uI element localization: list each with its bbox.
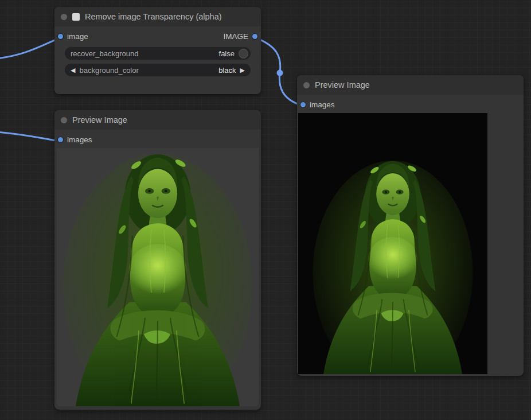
slot-row: images xyxy=(54,133,261,146)
node-preview-image-right[interactable]: Preview Image images xyxy=(297,75,524,376)
input-slot-image-label: image xyxy=(67,32,88,41)
combo-prev-arrow-icon[interactable]: ◀ xyxy=(71,67,75,73)
combo-next-arrow-icon[interactable]: ▶ xyxy=(240,67,245,73)
widget-background-color[interactable]: ◀ background_color black ▶ xyxy=(65,64,251,76)
widget-recover-background[interactable]: recover_background false xyxy=(65,47,251,60)
input-slot-image-dot[interactable] xyxy=(58,34,63,39)
slot-row: image IMAGE xyxy=(54,29,261,43)
node-title: Preview Image xyxy=(315,80,370,90)
widget-background-color-value: black xyxy=(218,66,236,75)
preview-artwork-right xyxy=(298,113,487,374)
node-titlebar[interactable]: Remove image Transparency (alpha) xyxy=(54,7,261,26)
collapse-dot-icon[interactable] xyxy=(61,117,67,123)
output-slot-image-dot[interactable] xyxy=(252,34,257,39)
link-to-image-input xyxy=(0,38,60,59)
node-titlebar[interactable]: Preview Image xyxy=(297,75,524,95)
widget-recover-background-value: false xyxy=(219,49,235,58)
toggle-knob-icon[interactable] xyxy=(239,49,248,59)
preview-artwork-left xyxy=(57,148,259,406)
node-graph-canvas[interactable]: Remove image Transparency (alpha) image … xyxy=(0,0,531,420)
output-slot-image-label: IMAGE xyxy=(223,32,248,41)
node-title: Preview Image xyxy=(72,115,127,125)
collapse-dot-icon[interactable] xyxy=(303,82,310,88)
widget-background-color-label: background_color xyxy=(79,66,138,75)
input-slot-images-label: images xyxy=(67,135,92,144)
collapse-dot-icon[interactable] xyxy=(61,14,67,20)
node-titlebar[interactable]: Preview Image xyxy=(54,110,261,130)
node-preview-image-left[interactable]: Preview Image images xyxy=(54,110,261,410)
node-remove-image-transparency[interactable]: Remove image Transparency (alpha) image … xyxy=(54,7,261,94)
input-slot-images-dot[interactable] xyxy=(58,137,63,142)
input-slot-images-dot[interactable] xyxy=(300,102,306,107)
node-title: Remove image Transparency (alpha) xyxy=(85,12,222,21)
link-midpoint-dot[interactable] xyxy=(277,70,283,76)
slot-row: images xyxy=(297,98,524,111)
widget-recover-background-label: recover_background xyxy=(71,49,139,58)
input-slot-images-label: images xyxy=(310,100,335,109)
link-to-images-input xyxy=(0,132,60,141)
node-badge-icon xyxy=(72,13,80,21)
